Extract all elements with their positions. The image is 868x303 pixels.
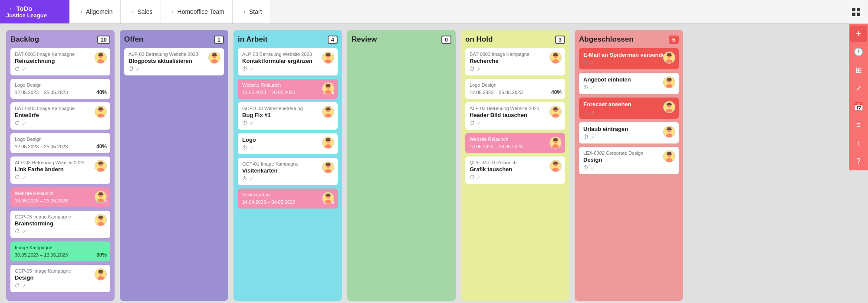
nav-tab-sales[interactable]: →Sales [121, 0, 161, 23]
sidebar-time-button[interactable]: 🕐 [850, 44, 867, 60]
card-avatar-container [322, 161, 334, 173]
nav-tab-label: Homeoffice Team [178, 8, 224, 15]
sidebar-list-button[interactable]: ≡ [850, 117, 867, 133]
task-card[interactable]: E-Mail an Spiderman versenden ⏱⤢ [579, 48, 679, 69]
card-avatar-container [95, 106, 107, 118]
clock-icon: ⏱ [583, 109, 589, 115]
card-footer: ⏱⤢ [470, 66, 562, 72]
column-count: 5 [669, 36, 679, 44]
sidebar-help-button[interactable]: ? [850, 153, 867, 169]
task-card[interactable]: Logo Design12.05.2023 – 25.05.202340% [465, 79, 565, 99]
task-card[interactable]: QUE-04 CD RelaunchGrafik tauschen ⏱⤢ [465, 156, 565, 184]
task-card[interactable]: Website Relaunch 13.05.2023 – 26.05.2023… [238, 79, 338, 99]
task-card[interactable]: BAT-0003 Image KampagneReinzeichnung ⏱⤢ [10, 48, 110, 75]
card-icons: ⏱⤢ [242, 120, 253, 126]
card-project: Website Relaunch [470, 137, 562, 142]
column-header: in Arbeit 4 [238, 35, 338, 44]
clock-icon: ⏱ [583, 165, 589, 171]
task-card[interactable]: GCP-05 Image KampagneDesign ⏱⤢ [10, 265, 110, 292]
sidebar-layers-button[interactable]: ⊞ [850, 62, 867, 78]
nav-tab-label: Start [249, 8, 262, 15]
clock-icon: ⏱ [242, 120, 247, 126]
card-title: Design [583, 156, 675, 163]
card-title: Forecast ansehen [583, 101, 675, 108]
task-card[interactable]: Forecast ansehen ⏱⤢ [579, 98, 679, 119]
sidebar-tasks-button[interactable]: ✓ [850, 80, 867, 97]
card-date: 13.05.2023 – 26.05.2023 [15, 198, 68, 203]
task-card[interactable]: Image Kampagne30.05.2023 – 13.06.202330% [10, 241, 110, 261]
column-count: 10 [97, 36, 110, 44]
nav-tab-start[interactable]: →Start [233, 0, 270, 23]
card-icons: ⏱⤢ [470, 66, 481, 72]
nav-tab-allgemein[interactable]: →Allgemein [69, 0, 121, 23]
svg-rect-95 [553, 138, 557, 141]
task-card[interactable]: GCPD-03 WebsitebetreuungBug Fix #1 ⏱⤢ [238, 102, 338, 130]
card-avatar-container [322, 52, 334, 64]
svg-rect-65 [326, 138, 330, 141]
svg-rect-35 [99, 270, 102, 273]
sidebar-calendar-button[interactable]: 📅 [850, 98, 867, 115]
sidebar-upload-button[interactable]: ↑ [850, 135, 867, 151]
svg-rect-53 [326, 84, 330, 87]
task-card[interactable]: Visitenkarten 24.04.2023 – 04.05.202350% [238, 189, 338, 209]
card-icons: ⏱⤢ [128, 66, 140, 72]
app-logo[interactable]: → ToDo Justice League [0, 0, 69, 23]
clock-icon: ⏱ [470, 66, 475, 72]
card-title: Visitenkarten [242, 167, 334, 174]
card-project: GCPD-03 Websitebetreuung [242, 106, 334, 111]
task-card[interactable]: LEX-0002 Corporate DesignDesign ⏱⤢ [579, 147, 679, 174]
card-icons: ⏱⤢ [242, 66, 253, 72]
task-card[interactable]: Logo ⏱⤢ [238, 133, 338, 154]
task-card[interactable]: BAT-0003 Image KampagneRecherche ⏱⤢ [465, 48, 565, 75]
task-card[interactable]: Angebot einholen ⏱⤢ [579, 73, 679, 94]
card-footer: 30.05.2023 – 13.06.202330% [15, 252, 107, 258]
card-project: BAT-0003 Image Kampagne [470, 52, 562, 57]
card-title: Kontaktformular ergänzen [242, 58, 334, 64]
column-abgeschlossen: Abgeschlossen 5 E-Mail an Spiderman vers… [575, 30, 683, 301]
avatar [208, 52, 220, 64]
card-project: ALP-03 Betreuung Website 2023 [242, 52, 334, 57]
task-card[interactable]: GCP-01 Image KampagneVisitenkarten ⏱⤢ [238, 158, 338, 185]
card-date: 12.05.2023 – 25.05.2023 [470, 90, 523, 95]
task-card[interactable]: Logo Design12.05.2023 – 25.05.202340% [10, 133, 110, 153]
card-avatar-container [549, 137, 562, 149]
clock-icon: ⏱ [15, 283, 20, 289]
card-title: Grafik tauschen [470, 166, 562, 173]
card-title: Recherche [470, 58, 562, 64]
nav-tab-homeoffice[interactable]: →Homeoffice Team [161, 0, 233, 23]
clock-icon: ⏱ [470, 120, 475, 126]
expand-icon: ⤢ [591, 134, 595, 140]
card-project: GCP-05 Image Kampagne [15, 268, 107, 274]
expand-icon: ⤢ [250, 145, 253, 151]
task-card[interactable]: ALP-03 Betreuung Website 2023Blogposts a… [124, 48, 224, 75]
card-project: ALP-03 Betreuung Website 2023 [470, 106, 562, 111]
svg-rect-29 [99, 216, 102, 218]
task-card[interactable]: Website Relaunch 13.05.2023 – 26.05.2023… [465, 133, 565, 153]
svg-rect-125 [667, 127, 671, 130]
svg-rect-23 [99, 192, 102, 195]
card-avatar-container [95, 268, 107, 280]
avatar [95, 52, 107, 64]
task-card[interactable]: GCP-05 Image KampagneBrainstorming ⏱⤢ [10, 211, 110, 238]
column-backlog: Backlog 10 BAT-0003 Image KampagneReinze… [6, 30, 115, 301]
avatar [663, 76, 675, 88]
card-title: Brainstorming [15, 220, 107, 227]
card-icons: ⏱⤢ [583, 109, 595, 115]
grid-menu-button[interactable] [844, 0, 868, 23]
card-date: 24.04.2023 – 04.05.2023 [242, 199, 295, 205]
card-icons: ⏱⤢ [15, 283, 26, 289]
sidebar-add-button[interactable]: + [850, 26, 867, 42]
task-card[interactable]: Website Relaunch 13.05.2023 – 26.05.2023… [10, 187, 110, 207]
task-card[interactable]: ALP-03 Betreuung Website 2023Link Farbe … [10, 156, 110, 184]
task-card[interactable]: Urlaub eintragen ⏱⤢ [579, 122, 679, 143]
card-avatar-container [549, 106, 562, 118]
card-footer: 13.05.2023 – 26.05.202350% [242, 89, 334, 95]
task-card[interactable]: ALP-03 Betreuung Website 2023Header Bild… [465, 102, 565, 130]
task-card[interactable]: Logo Design12.05.2023 – 25.05.202340% [10, 79, 110, 99]
arrow-icon: → [77, 8, 83, 15]
task-card[interactable]: ALP-03 Betreuung Website 2023Kontaktform… [238, 48, 338, 75]
svg-rect-113 [667, 78, 671, 81]
column-inarbeit: in Arbeit 4 ALP-03 Betreuung Website 202… [233, 30, 342, 301]
task-card[interactable]: BAT-0003 Image KampagneEntwürfe ⏱⤢ [10, 102, 110, 130]
card-footer: ⏱⤢ [15, 120, 107, 126]
